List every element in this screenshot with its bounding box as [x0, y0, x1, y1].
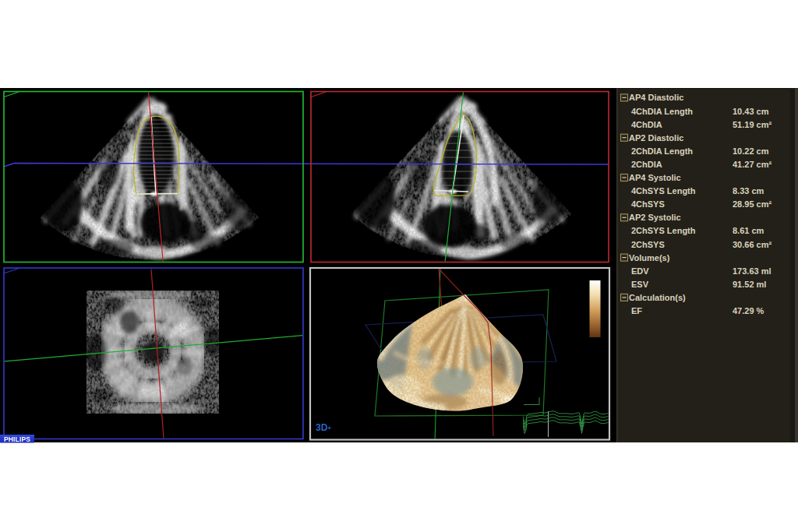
svg-text:4ChDIA Length: 4ChDIA Length	[631, 107, 693, 116]
svg-text:8.61 cm: 8.61 cm	[733, 226, 764, 235]
svg-text:8.33 cm: 8.33 cm	[733, 186, 764, 196]
svg-text:ESV: ESV	[631, 280, 649, 289]
svg-text:10.22 cm: 10.22 cm	[733, 146, 769, 156]
svg-text:30.66 cm²: 30.66 cm²	[733, 240, 772, 249]
svg-text:173.63 ml: 173.63 ml	[733, 266, 772, 276]
svg-text:2ChSYS Length: 2ChSYS Length	[631, 226, 696, 235]
svg-text:AP2 Systolic: AP2 Systolic	[629, 213, 681, 222]
svg-text:4ChSYS: 4ChSYS	[631, 199, 665, 209]
svg-text:4ChDIA: 4ChDIA	[631, 120, 662, 129]
svg-text:PHILIPS: PHILIPS	[4, 435, 30, 443]
svg-text:51.19 cm²: 51.19 cm²	[733, 120, 772, 129]
svg-text:Volume(s): Volume(s)	[629, 253, 670, 262]
svg-text:41.27 cm²: 41.27 cm²	[733, 160, 772, 169]
svg-text:2ChDIA: 2ChDIA	[631, 160, 662, 169]
svg-text:AP2 Diastolic: AP2 Diastolic	[629, 133, 683, 143]
svg-text:2ChDIA Length: 2ChDIA Length	[631, 146, 693, 156]
svg-text:EDV: EDV	[631, 266, 649, 276]
svg-text:91.52 ml: 91.52 ml	[733, 280, 766, 289]
svg-text:47.29 %: 47.29 %	[733, 306, 764, 315]
svg-text:Calculation(s): Calculation(s)	[629, 293, 686, 302]
svg-text:AP4 Systolic: AP4 Systolic	[629, 173, 681, 182]
svg-text:AP4 Diastolic: AP4 Diastolic	[629, 93, 683, 102]
svg-text:3D+: 3D+	[316, 422, 331, 433]
svg-text:10.43 cm: 10.43 cm	[733, 107, 769, 116]
svg-text:EF: EF	[631, 306, 642, 315]
svg-text:4ChSYS Length: 4ChSYS Length	[631, 186, 696, 196]
svg-text:2ChSYS: 2ChSYS	[631, 240, 665, 249]
svg-text:28.95 cm²: 28.95 cm²	[733, 199, 772, 209]
